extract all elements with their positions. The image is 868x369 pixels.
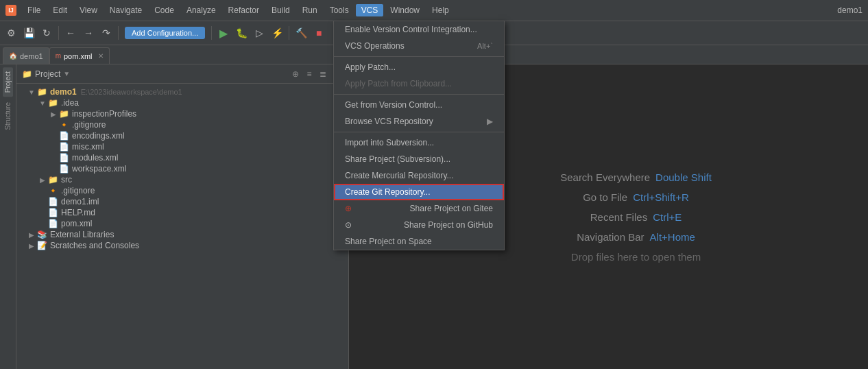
tree-src[interactable]: ▶ 📁 src xyxy=(16,174,348,185)
menu-vcs[interactable]: VCS xyxy=(356,4,384,16)
get-from-vcs-label: Get from Version Control... xyxy=(345,100,442,110)
tree-root[interactable]: ▼ 📁 demo1 E:\2023ideaworkspace\demo1 xyxy=(16,86,348,97)
workspace-icon: 📄 xyxy=(59,164,69,174)
src-folder-icon: 📁 xyxy=(48,175,58,184)
menu-share-space[interactable]: Share Project on Space xyxy=(334,233,504,250)
vcs-dropdown-menu: Enable Version Control Integration... VC… xyxy=(333,21,505,250)
menu-file[interactable]: File xyxy=(22,4,46,16)
tree-gitignore-root[interactable]: 🔸 .gitignore xyxy=(16,185,348,196)
hint-recent-files: Recent Files Ctrl+E xyxy=(590,211,682,223)
stop-button[interactable]: ■ xyxy=(311,25,327,41)
menu-help[interactable]: Help xyxy=(426,4,455,16)
toolbar-back[interactable]: ← xyxy=(62,25,79,41)
enable-vcs-label: Enable Version Control Integration... xyxy=(345,25,477,34)
run-button[interactable]: ▶ xyxy=(215,25,232,41)
vcs-operations-label: VCS Operations xyxy=(345,41,405,51)
menu-vcs-operations[interactable]: VCS Operations Alt+` xyxy=(334,38,504,54)
menu-import-subversion[interactable]: Import into Subversion... xyxy=(334,134,504,151)
drop-files-label: Drop files here to open them xyxy=(571,251,701,263)
root-arrow: ▼ xyxy=(27,88,36,96)
tree-help-md[interactable]: 📄 HELP.md xyxy=(16,207,348,218)
menu-create-mercurial[interactable]: Create Mercurial Repository... xyxy=(334,167,504,184)
toolbar-save[interactable]: 💾 xyxy=(21,25,37,41)
tab-close-icon[interactable]: ✕ xyxy=(98,52,104,60)
tab-pom-icon: m xyxy=(56,52,61,60)
menu-enable-vcs[interactable]: Enable Version Control Integration... xyxy=(334,21,504,38)
menu-get-from-vcs[interactable]: Get from Version Control... xyxy=(334,97,504,113)
tree-gitignore-1[interactable]: 🔸 .gitignore xyxy=(16,119,348,130)
menu-code[interactable]: Code xyxy=(149,4,180,16)
browse-vcs-label: Browse VCS Repository xyxy=(345,117,433,126)
share-github-label: Share Project on GitHub xyxy=(404,220,493,230)
tree-idea-folder[interactable]: ▼ 📁 .idea xyxy=(16,97,348,108)
tree-misc[interactable]: 📄 misc.xml xyxy=(16,141,348,152)
nav-bar-key: Alt+Home xyxy=(650,231,695,243)
recent-files-label: Recent Files xyxy=(590,211,647,223)
menu-share-github[interactable]: ⊙ Share Project on GitHub xyxy=(334,217,504,233)
add-configuration-button[interactable]: Add Configuration... xyxy=(125,27,205,39)
menu-share-gitee[interactable]: ⊕ Share Project on Gitee xyxy=(334,200,504,217)
menu-window[interactable]: Window xyxy=(385,4,425,16)
tree-demo1-iml[interactable]: 📄 demo1.iml xyxy=(16,196,348,207)
recent-files-key: Ctrl+E xyxy=(653,211,682,223)
folder-icon: 📁 xyxy=(22,69,32,79)
tab-demo1[interactable]: 🏠 demo1 xyxy=(3,47,49,64)
tab-pom-xml[interactable]: m pom.xml ✕ xyxy=(49,47,110,64)
tree-external-libraries[interactable]: ▶ 📚 External Libraries xyxy=(16,229,348,240)
toolbar-recent[interactable]: ↷ xyxy=(98,25,114,41)
menu-tools[interactable]: Tools xyxy=(324,4,354,16)
iml-label: demo1.iml xyxy=(61,197,99,206)
menu-navigate[interactable]: Navigate xyxy=(104,4,147,16)
menu-analyze[interactable]: Analyze xyxy=(181,4,221,16)
file-tree: ▼ 📁 demo1 E:\2023ideaworkspace\demo1 ▼ 📁… xyxy=(16,84,348,369)
menu-refactor[interactable]: Refactor xyxy=(223,4,265,16)
gitignore-root-icon: 🔸 xyxy=(48,186,58,195)
collapse-all-icon[interactable]: ≡ xyxy=(303,68,315,80)
sidebar-tab-structure[interactable]: Structure xyxy=(3,98,13,134)
pom-icon: 📄 xyxy=(48,219,58,228)
tree-scratches[interactable]: ▶ 📝 Scratches and Consoles xyxy=(16,240,348,251)
nav-bar-label: Navigation Bar xyxy=(577,231,644,243)
debug-button[interactable]: 🐛 xyxy=(233,25,250,41)
idea-folder-icon: 📁 xyxy=(48,98,58,108)
share-subversion-label: Share Project (Subversion)... xyxy=(345,154,450,164)
show-members-icon[interactable]: ≣ xyxy=(317,68,329,80)
toolbar-separator-1 xyxy=(58,26,59,40)
menu-run[interactable]: Run xyxy=(297,4,323,16)
tree-inspection-profiles[interactable]: ▶ 📁 inspectionProfiles xyxy=(16,108,348,119)
build-button[interactable]: 🔨 xyxy=(293,25,309,41)
menubar: File Edit View Navigate Code Analyze Ref… xyxy=(22,4,832,16)
app-icon: IJ xyxy=(5,5,16,16)
scroll-from-source-icon[interactable]: ⊕ xyxy=(289,68,302,80)
project-panel: 📁 Project ▼ ⊕ ≡ ≣ ⚙ ▼ 📁 demo1 E:\2023ide… xyxy=(16,64,349,369)
menu-share-subversion[interactable]: Share Project (Subversion)... xyxy=(334,151,504,167)
toolbar-refresh[interactable]: ↻ xyxy=(38,25,55,41)
menu-build[interactable]: Build xyxy=(266,4,296,16)
tab-demo1-label: demo1 xyxy=(20,52,43,60)
modules-label: modules.xml xyxy=(72,153,118,163)
tree-modules[interactable]: 📄 modules.xml xyxy=(16,152,348,163)
toolbar-forward[interactable]: → xyxy=(80,25,97,41)
menu-edit[interactable]: Edit xyxy=(47,4,73,16)
share-space-label: Share Project on Space xyxy=(345,237,432,246)
profile-button[interactable]: ⚡ xyxy=(269,25,285,41)
menu-view[interactable]: View xyxy=(74,4,103,16)
share-github-icon: ⊙ xyxy=(345,220,352,230)
tree-pom-xml[interactable]: 📄 pom.xml xyxy=(16,218,348,229)
menu-apply-patch[interactable]: Apply Patch... xyxy=(334,59,504,75)
toolbar-settings[interactable]: ⚙ xyxy=(3,25,19,41)
menu-sep-1 xyxy=(334,56,504,57)
toolbar-separator-2 xyxy=(118,26,119,40)
menu-create-git[interactable]: Create Git Repository... xyxy=(334,184,504,200)
dropdown-icon[interactable]: ▼ xyxy=(63,70,70,78)
tree-encodings[interactable]: 📄 encodings.xml xyxy=(16,130,348,141)
gitignore1-label: .gitignore xyxy=(72,120,106,130)
menu-browse-vcs[interactable]: Browse VCS Repository ▶ xyxy=(334,113,504,130)
src-label: src xyxy=(61,175,72,184)
run-with-coverage-button[interactable]: ▷ xyxy=(251,25,267,41)
scratch-icon: 📝 xyxy=(37,241,47,250)
sidebar-tab-project[interactable]: Project xyxy=(3,67,13,97)
tree-workspace[interactable]: 📄 workspace.xml xyxy=(16,163,348,174)
share-gitee-label: Share Project on Gitee xyxy=(410,204,493,213)
iml-icon: 📄 xyxy=(48,197,58,206)
